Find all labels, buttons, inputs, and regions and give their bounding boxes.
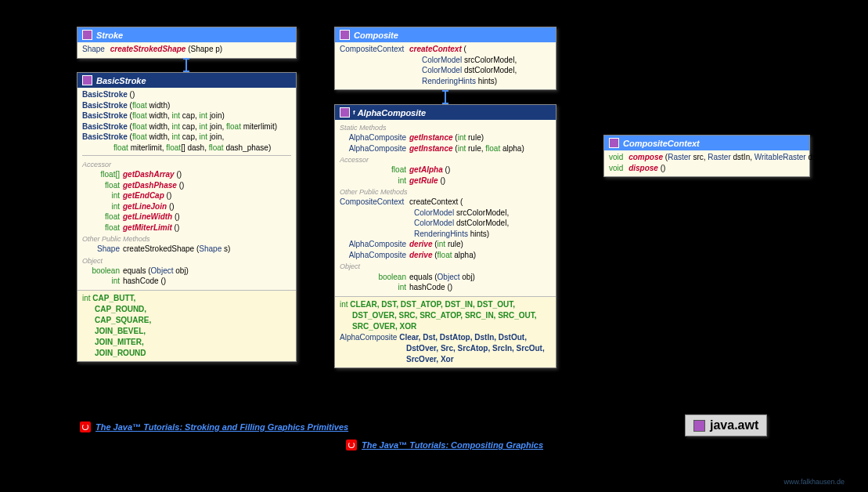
package-badge: java.awt [685, 414, 767, 436]
connector [445, 90, 446, 104]
interface-icon [340, 30, 350, 40]
tutorial-link-1[interactable]: The Java™ Tutorials: Stroking and Fillin… [80, 421, 348, 432]
composite-interface-box: Composite CompositeContext createContext… [334, 27, 556, 90]
stroke-header: Stroke [77, 27, 296, 42]
composite-header: Composite [335, 27, 556, 42]
basicstroke-header: BasicStroke [77, 73, 296, 88]
interface-icon [82, 30, 92, 40]
basicstroke-title: BasicStroke [96, 76, 146, 85]
connector [185, 58, 187, 72]
package-icon [693, 420, 705, 432]
compositecontext-header: CompositeContext [604, 136, 809, 150]
composite-title: Composite [354, 31, 398, 40]
stroke-title: Stroke [96, 31, 123, 40]
alphacomposite-header: f AlphaComposite [335, 105, 556, 120]
stroke-interface-box: Stroke Shape createStrokedShape (Shape p… [77, 27, 297, 59]
oracle-icon [80, 421, 91, 432]
alphacomposite-class-box: f AlphaComposite Static Methods AlphaCom… [334, 104, 556, 368]
tutorial-link-2[interactable]: The Java™ Tutorials: Compositing Graphic… [346, 440, 543, 450]
basicstroke-class-box: BasicStroke BasicStroke () BasicStroke (… [77, 72, 297, 362]
oracle-icon [346, 440, 357, 450]
class-icon [340, 107, 350, 118]
alphacomposite-title: AlphaComposite [358, 108, 426, 118]
class-icon [82, 75, 92, 85]
credit-text[interactable]: www.falkhausen.de [783, 478, 845, 486]
interface-icon [609, 138, 619, 148]
compositecontext-interface-box: CompositeContext void compose (Raster sr… [603, 135, 810, 177]
compositecontext-title: CompositeContext [623, 139, 700, 148]
